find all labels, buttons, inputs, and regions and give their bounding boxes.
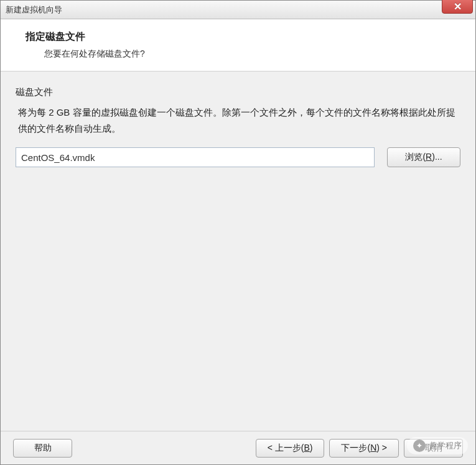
wizard-content: 磁盘文件 将为每 2 GB 容量的虚拟磁盘创建一个磁盘文件。除第一个文件之外，每… (1, 71, 475, 431)
disk-file-description: 将为每 2 GB 容量的虚拟磁盘创建一个磁盘文件。除第一个文件之外，每个文件的文… (16, 104, 460, 136)
browse-button[interactable]: 浏览(R)... (387, 147, 460, 167)
next-button[interactable]: 下一步(N) > (329, 439, 399, 458)
titlebar: 新建虚拟机向导 ✕ (1, 1, 475, 19)
file-input-row: 浏览(R)... (16, 147, 460, 167)
close-button[interactable]: ✕ (442, 0, 473, 14)
back-button[interactable]: < 上一步(B) (256, 439, 325, 458)
page-title: 指定磁盘文件 (26, 30, 463, 44)
help-button[interactable]: 帮助 (13, 439, 72, 458)
wizard-header: 指定磁盘文件 您要在何处存储磁盘文件? (1, 19, 475, 71)
disk-file-input[interactable] (16, 147, 375, 167)
wizard-footer: 帮助 < 上一步(B) 下一步(N) > 取消 (1, 431, 475, 464)
cancel-button[interactable]: 取消 (404, 439, 463, 458)
page-subtitle: 您要在何处存储磁盘文件? (26, 48, 463, 60)
wizard-window: 新建虚拟机向导 ✕ 指定磁盘文件 您要在何处存储磁盘文件? 磁盘文件 将为每 2… (0, 0, 476, 465)
close-icon: ✕ (454, 1, 462, 12)
window-title: 新建虚拟机向导 (6, 4, 62, 16)
disk-file-label: 磁盘文件 (16, 86, 460, 98)
